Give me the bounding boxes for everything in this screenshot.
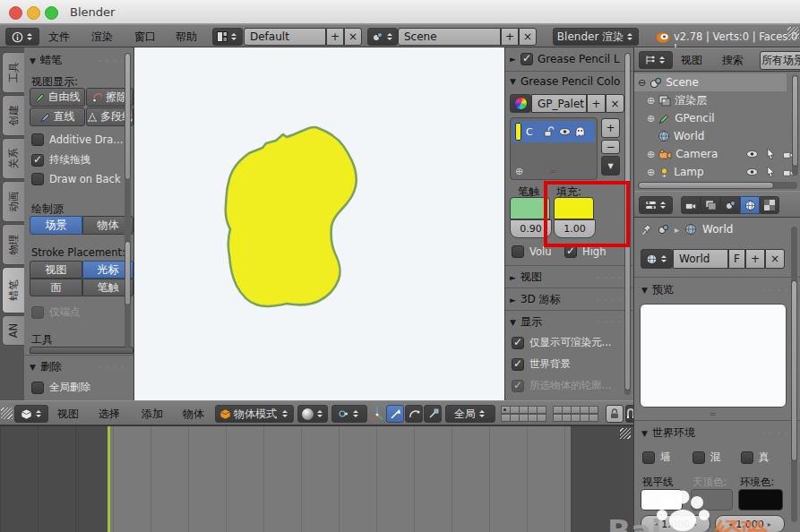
viewport-canvas[interactable] bbox=[134, 47, 504, 400]
tab-tools[interactable]: 工具 bbox=[2, 52, 24, 93]
manipulator-translate-button[interactable] bbox=[386, 405, 404, 423]
slider-left-arrow-icon[interactable]: ◂ bbox=[654, 520, 658, 528]
eye-icon[interactable] bbox=[559, 127, 571, 136]
editor-type-selector[interactable] bbox=[5, 28, 39, 46]
panel-header-3d-cursor[interactable]: ► 3D 游标 · · · · bbox=[510, 292, 628, 307]
zenith-color-swatch-disabled[interactable] bbox=[691, 489, 733, 511]
menu-window[interactable]: 窗口 bbox=[134, 25, 156, 48]
screen-layout-icon-button[interactable] bbox=[212, 28, 243, 46]
panel-header-world[interactable]: ▼ 世界环境 · · · · bbox=[641, 425, 794, 441]
checkbox-box[interactable] bbox=[512, 380, 524, 392]
panel-header-view[interactable]: ► 视图 · · · · bbox=[510, 270, 628, 285]
current-frame-playhead[interactable] bbox=[108, 426, 110, 532]
tab-animation[interactable]: 动画 bbox=[2, 181, 24, 222]
add-scene-button[interactable]: + bbox=[501, 28, 519, 46]
draw-straight-lines-button[interactable]: 直线 bbox=[30, 107, 85, 126]
close-window-button[interactable] bbox=[9, 6, 22, 20]
panel-grip-icon[interactable]: · · · · bbox=[597, 272, 623, 282]
lock-to-scene-button[interactable] bbox=[606, 405, 624, 423]
pivot-point-select[interactable] bbox=[331, 405, 367, 423]
menu-select[interactable]: 选择 bbox=[99, 402, 120, 425]
layer-grid-a[interactable] bbox=[502, 406, 546, 414]
slider-right-arrow-icon[interactable]: ▸ bbox=[768, 520, 771, 528]
checkbox-volumetric[interactable]: Volu bbox=[512, 245, 552, 258]
checkbox-blend-sky[interactable]: 混 bbox=[692, 450, 721, 464]
expand-icon[interactable]: ⊕ bbox=[647, 113, 655, 124]
render-engine-select[interactable]: Blender 渲染 bbox=[553, 28, 639, 46]
slider-left-arrow-icon[interactable]: ◂ bbox=[728, 520, 732, 528]
checkbox-box[interactable] bbox=[520, 53, 533, 65]
menu-search[interactable]: 搜索 bbox=[722, 48, 744, 72]
expand-icon[interactable]: ⊕ bbox=[647, 167, 655, 178]
placement-view-button[interactable]: 视图 bbox=[30, 261, 82, 279]
panel-header-delete[interactable]: ▼ 删除 · · · · bbox=[30, 359, 130, 374]
properties-scrollbar[interactable] bbox=[791, 227, 797, 522]
scene-icon-button[interactable] bbox=[367, 28, 398, 46]
outliner-row-world[interactable]: World bbox=[658, 127, 787, 145]
checkbox-global-delete[interactable]: 全局删除 bbox=[31, 381, 90, 394]
checkbox-world-background[interactable]: 世界背景 bbox=[512, 357, 571, 371]
expand-icon[interactable]: ⊕ bbox=[647, 149, 655, 160]
tab-render-layers[interactable] bbox=[701, 196, 720, 214]
checkbox-only-renderable[interactable]: 仅显示可渲染元... bbox=[512, 336, 628, 349]
menu-view[interactable]: 视图 bbox=[681, 48, 702, 72]
outliner-h-scrollbar[interactable] bbox=[638, 182, 797, 189]
slider-right-arrow-icon[interactable]: ▸ bbox=[693, 520, 697, 528]
zoom-window-button[interactable] bbox=[45, 6, 58, 20]
world-name-field[interactable]: World bbox=[673, 249, 728, 269]
remove-color-button[interactable]: − bbox=[601, 140, 620, 154]
mode-select[interactable]: 物体模式 bbox=[215, 405, 294, 423]
cursor-select-icon[interactable] bbox=[766, 166, 776, 177]
tab-world-active[interactable] bbox=[740, 196, 760, 214]
tab-grease-pencil[interactable]: 蜡笔 bbox=[2, 267, 24, 313]
checkbox-box[interactable] bbox=[642, 451, 655, 464]
panel-grip-icon[interactable]: · · · · bbox=[597, 295, 623, 305]
draw-freehand-button[interactable]: 自由线 bbox=[30, 88, 85, 107]
outliner-scrollbar[interactable] bbox=[792, 75, 798, 176]
eye-icon[interactable] bbox=[746, 167, 758, 176]
manipulator-axis-icon[interactable] bbox=[370, 407, 384, 421]
add-palette-button[interactable]: + bbox=[587, 94, 606, 113]
ghost-onion-skin-icon[interactable] bbox=[575, 126, 585, 137]
panel-grip-icon[interactable]: · · · · bbox=[99, 362, 125, 372]
checkbox-selection-outline[interactable]: 所选物体的轮廓... bbox=[512, 379, 628, 392]
checkbox-additive-drawing[interactable]: Additive Dra... bbox=[31, 133, 123, 146]
exposure-slider[interactable]: ◂ 1.000 ▸ bbox=[641, 515, 710, 532]
outliner-filter-select[interactable]: 所有场景 bbox=[760, 51, 800, 70]
panel-header-gp-colors[interactable]: ▼ Grease Pencil Colo bbox=[510, 75, 628, 88]
eye-icon[interactable] bbox=[746, 150, 758, 159]
delete-layout-button[interactable]: × bbox=[344, 28, 362, 46]
checkbox-box[interactable] bbox=[31, 154, 44, 167]
palette-icon-button[interactable] bbox=[510, 94, 531, 113]
checkbox-high-quality[interactable]: High bbox=[564, 245, 606, 258]
ambient-color-swatch[interactable] bbox=[738, 489, 783, 511]
checkbox-box[interactable] bbox=[31, 173, 44, 185]
editor-type-selector[interactable] bbox=[14, 405, 48, 423]
checkbox-box[interactable] bbox=[512, 245, 524, 258]
tab-texture[interactable] bbox=[760, 196, 779, 214]
checkbox-box[interactable] bbox=[512, 358, 524, 371]
new-world-button[interactable]: + bbox=[745, 249, 765, 269]
source-scene-button[interactable]: 场景 bbox=[30, 216, 82, 235]
layer-grid-b2[interactable] bbox=[554, 414, 598, 422]
outliner-row-scene[interactable]: ⊖ Scene bbox=[634, 73, 787, 91]
unlink-palette-button[interactable]: × bbox=[606, 94, 624, 113]
area-corner-handle[interactable] bbox=[1, 408, 13, 419]
menu-view[interactable]: 视图 bbox=[57, 402, 79, 425]
outliner-row-gpencil[interactable]: ⊕ GPencil bbox=[647, 109, 787, 127]
checkbox-box[interactable] bbox=[564, 245, 577, 258]
tools-partial-button[interactable] bbox=[30, 347, 133, 354]
toolshelf-scrollbar[interactable] bbox=[125, 53, 131, 348]
add-color-button[interactable]: + bbox=[601, 118, 620, 138]
minimize-window-button[interactable] bbox=[27, 6, 40, 20]
area-corner-handle[interactable] bbox=[620, 428, 631, 439]
screen-layout-name-field[interactable]: Default bbox=[244, 28, 326, 46]
checkbox-endpoints-only[interactable]: 仅端点 bbox=[31, 305, 81, 319]
cursor-select-icon[interactable] bbox=[766, 148, 776, 159]
tab-create[interactable]: 创建 bbox=[2, 95, 24, 136]
unlink-world-button[interactable]: × bbox=[765, 249, 785, 269]
area-corner-handle[interactable] bbox=[787, 27, 799, 39]
panel-header-display[interactable]: ▼ 显示 · · · · bbox=[510, 314, 628, 330]
placement-surface-button[interactable]: 面 bbox=[30, 279, 82, 296]
panel-header-grease-pencil[interactable]: ▼ 蜡笔 · · · · bbox=[30, 53, 130, 68]
